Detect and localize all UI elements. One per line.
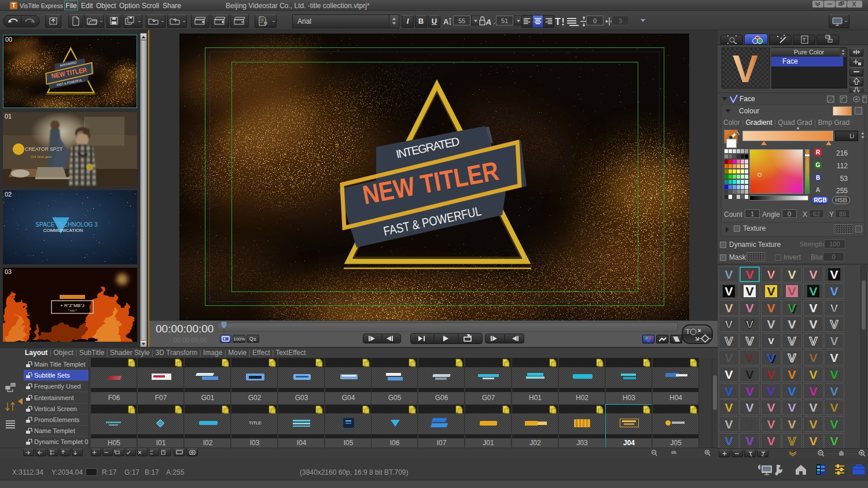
- svg-text:T: T: [803, 37, 806, 43]
- svg-text:SPACE TECHNOLOG 3: SPACE TECHNOLOG 3: [35, 221, 98, 228]
- svg-text:A: A: [443, 17, 449, 26]
- svg-text:T: T: [686, 327, 690, 335]
- svg-text:Our best gear: Our best gear: [31, 155, 52, 158]
- svg-text:V: V: [733, 47, 758, 88]
- svg-text:CREATOR SPΞT: CREATOR SPΞT: [25, 146, 62, 152]
- svg-text:+ RˆZˆMBˆJ: + RˆZˆMBˆJ: [60, 303, 84, 308]
- svg-text:CΟMMUNICATIΟN: CΟMMUNICATIΟN: [43, 228, 83, 233]
- svg-text:* min *: * min *: [68, 309, 77, 312]
- svg-text:A: A: [486, 17, 492, 27]
- svg-text:T: T: [555, 17, 561, 27]
